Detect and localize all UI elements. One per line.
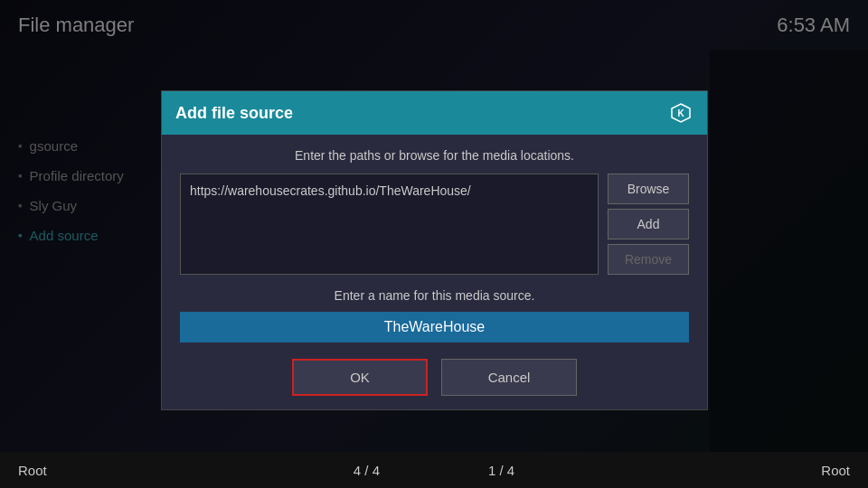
path-input-area[interactable]: https://warehousecrates.github.io/TheWar… bbox=[180, 174, 599, 275]
remove-button[interactable]: Remove bbox=[608, 244, 689, 275]
bottom-bar: Root 4 / 4 1 / 4 Root bbox=[0, 452, 868, 488]
bottom-center-right: 1 / 4 bbox=[488, 463, 514, 478]
dialog-buttons-column: Browse Add Remove bbox=[608, 174, 689, 275]
dialog-instruction-paths: Enter the paths or browse for the media … bbox=[180, 148, 689, 163]
dialog-header: Add file source K bbox=[162, 91, 707, 135]
svg-text:K: K bbox=[677, 108, 684, 118]
ok-button[interactable]: OK bbox=[292, 359, 428, 396]
bottom-right: Root bbox=[821, 463, 850, 478]
path-value: https://warehousecrates.github.io/TheWar… bbox=[190, 183, 471, 198]
dialog-body: Enter the paths or browse for the media … bbox=[162, 135, 707, 409]
dialog-path-section: https://warehousecrates.github.io/TheWar… bbox=[180, 174, 689, 275]
kodi-icon: K bbox=[668, 100, 693, 126]
cancel-button[interactable]: Cancel bbox=[441, 359, 577, 396]
browse-button[interactable]: Browse bbox=[608, 174, 689, 204]
dialog-title: Add file source bbox=[175, 104, 293, 123]
bottom-center: 4 / 4 1 / 4 bbox=[354, 463, 514, 478]
media-source-name-input[interactable] bbox=[180, 312, 689, 343]
add-file-source-dialog: Add file source K Enter the paths or bro… bbox=[161, 90, 708, 410]
dialog-instruction-name: Enter a name for this media source. bbox=[180, 288, 689, 303]
bottom-left: Root bbox=[18, 463, 47, 478]
add-button[interactable]: Add bbox=[608, 209, 689, 239]
bottom-center-left: 4 / 4 bbox=[354, 463, 380, 478]
dialog-action-row: OK Cancel bbox=[180, 359, 689, 396]
